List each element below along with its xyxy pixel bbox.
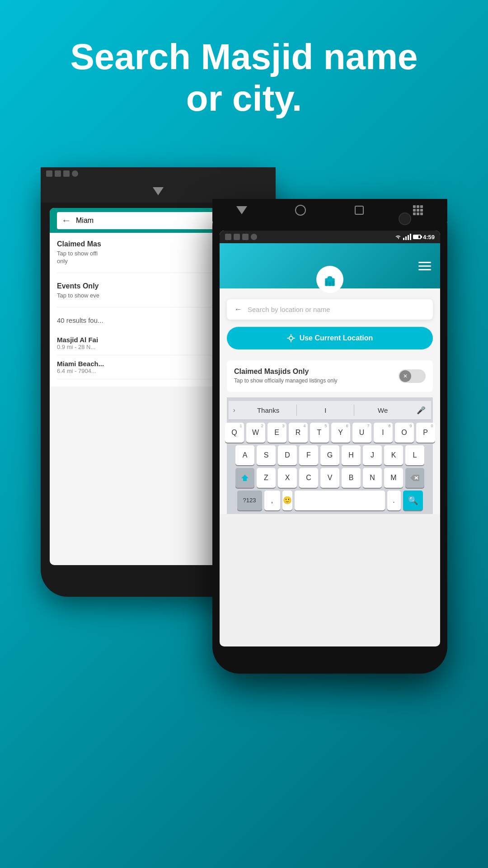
circle-icon [251, 234, 257, 240]
key-k[interactable]: K [384, 445, 403, 465]
circle-icon [72, 170, 78, 177]
svg-point-3 [325, 278, 328, 280]
suggestion-i[interactable]: I [297, 405, 354, 416]
claimed-masjids-desc: Tap to show officially managed listings … [234, 377, 338, 385]
period-key[interactable]: . [387, 491, 401, 510]
svg-point-8 [289, 336, 293, 340]
svg-point-4 [332, 278, 335, 280]
use-current-location-button[interactable]: Use Current Location [227, 327, 433, 349]
claimed-toggle[interactable]: ✕ [399, 369, 426, 383]
key-y[interactable]: Y6 [331, 423, 350, 443]
location-icon [287, 334, 295, 342]
comma-key[interactable]: , [264, 491, 280, 510]
key-f[interactable]: F [299, 445, 318, 465]
key-o[interactable]: O9 [395, 423, 414, 443]
key-w[interactable]: W2 [246, 423, 265, 443]
key-c[interactable]: C [299, 468, 318, 488]
svg-rect-6 [332, 281, 334, 286]
status-time: 4:59 [423, 234, 435, 241]
keyboard-row-2: A S D F G H J K L [229, 445, 431, 465]
back-phone-status-bar [41, 167, 276, 180]
gear-icon [225, 234, 231, 240]
mic-icon[interactable]: 🎤 [411, 406, 431, 415]
nav-keyboard-button[interactable] [411, 203, 425, 217]
key-b[interactable]: B [342, 468, 361, 488]
svg-rect-7 [328, 283, 331, 286]
key-x[interactable]: X [278, 468, 297, 488]
claimed-masjids-filter: Claimed Masjids Only Tap to show officia… [227, 360, 433, 392]
headline: Search Masjid name or city. [0, 0, 488, 146]
suggestion-we[interactable]: We [354, 405, 411, 416]
numbers-key[interactable]: ?123 [237, 491, 262, 510]
key-z[interactable]: Z [257, 468, 276, 488]
backspace-icon [410, 475, 419, 481]
svg-marker-13 [241, 475, 249, 481]
keyboard-row-1: Q1 W2 E3 R4 T5 Y6 U7 I8 O9 P0 [229, 423, 431, 443]
backspace-key[interactable] [405, 468, 424, 488]
wifi-icon [395, 234, 401, 240]
keyboard: › Thanks I We 🎤 Q1 W2 E3 R4 T5 Y6 [227, 397, 433, 514]
front-status-icons [225, 234, 257, 240]
key-g[interactable]: G [320, 445, 339, 465]
menu-line [418, 265, 431, 267]
key-s[interactable]: S [257, 445, 276, 465]
key-h[interactable]: H [342, 445, 361, 465]
front-nav-bar [212, 199, 447, 222]
expand-suggestions-icon[interactable]: › [229, 406, 240, 414]
search-bar[interactable]: ← Search by location or name [227, 299, 433, 320]
search-placeholder: Search by location or name [248, 306, 330, 313]
key-j[interactable]: J [363, 445, 382, 465]
app-header [220, 243, 440, 288]
phone-front: 4:59 [212, 199, 447, 674]
headline-line2: or city. [186, 78, 302, 118]
back-nav-triangle[interactable] [153, 187, 164, 195]
location-text: Miam [76, 217, 94, 225]
battery-icon [413, 235, 421, 239]
mosque-icon [322, 271, 338, 288]
back-arrow-icon[interactable]: ← [61, 215, 71, 226]
key-v[interactable]: V [320, 468, 339, 488]
nav-keyboard-icon [413, 205, 423, 215]
svg-rect-5 [326, 281, 328, 286]
emoji-key[interactable]: 🙂 [282, 491, 292, 510]
square-icon [234, 234, 240, 240]
keyboard-suggestions: › Thanks I We 🎤 [229, 401, 431, 420]
front-camera [399, 212, 411, 225]
key-l[interactable]: L [405, 445, 424, 465]
menu-icon[interactable] [418, 262, 431, 270]
key-p[interactable]: P0 [416, 423, 435, 443]
nav-back-button[interactable] [235, 203, 249, 217]
app-content: ← Search by location or name Use Current… [220, 288, 440, 514]
key-u[interactable]: U7 [352, 423, 371, 443]
space-key[interactable] [295, 491, 385, 510]
search-back-arrow[interactable]: ← [234, 305, 242, 314]
key-e[interactable]: E3 [267, 423, 286, 443]
keyboard-row-3: Z X C V B N M [229, 468, 431, 488]
shift-key[interactable] [235, 468, 254, 488]
svg-point-2 [328, 276, 333, 279]
phones-container: ← Miam Claimed Mas Tap to show offionly … [41, 145, 447, 868]
headline-line1: Search Masjid name [70, 37, 418, 77]
toggle-x-icon: ✕ [399, 370, 411, 382]
key-r[interactable]: R4 [289, 423, 308, 443]
nav-recents-button[interactable] [352, 203, 366, 217]
key-q[interactable]: Q1 [225, 423, 244, 443]
menu-line [418, 262, 431, 263]
location-button-label: Use Current Location [300, 334, 373, 342]
key-d[interactable]: D [278, 445, 297, 465]
search-key[interactable]: 🔍 [403, 491, 423, 510]
filter-text-block: Claimed Masjids Only Tap to show officia… [234, 368, 338, 385]
key-m[interactable]: M [384, 468, 403, 488]
key-i[interactable]: I8 [374, 423, 393, 443]
nav-back-icon [236, 206, 247, 214]
bag-icon [242, 234, 249, 240]
suggestion-thanks[interactable]: Thanks [240, 405, 297, 416]
key-n[interactable]: N [363, 468, 382, 488]
key-a[interactable]: A [235, 445, 254, 465]
claimed-masjids-title: Claimed Masjids Only [234, 368, 338, 376]
nav-home-button[interactable] [294, 203, 307, 217]
front-phone-screen: 4:59 [220, 231, 440, 646]
shift-icon [241, 474, 249, 482]
front-status-bar: 4:59 [220, 231, 440, 243]
key-t[interactable]: T5 [310, 423, 329, 443]
